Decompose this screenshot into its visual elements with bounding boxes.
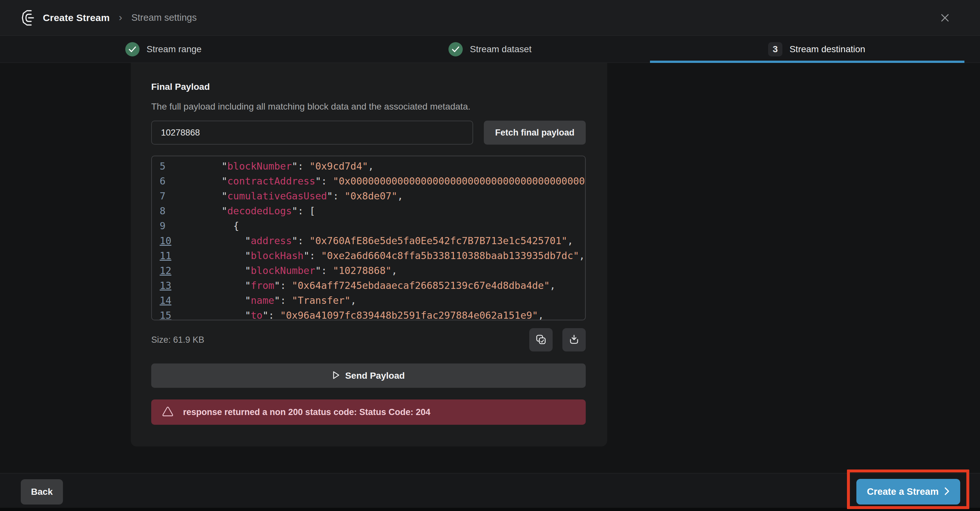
error-banner: response returned a non 200 status code:… (151, 400, 586, 425)
create-a-stream-label: Create a Stream (867, 486, 939, 497)
step-number-badge: 3 (768, 42, 783, 56)
create-a-stream-button[interactable]: Create a Stream (856, 479, 960, 505)
chevron-right-icon (944, 487, 950, 497)
error-message: response returned a non 200 status code:… (183, 407, 430, 417)
back-button[interactable]: Back (21, 479, 63, 505)
fetch-final-payload-button[interactable]: Fetch final payload (484, 121, 586, 144)
code-line: 15 "to": "0x96a41097fc839448b2591fac2978… (152, 308, 585, 321)
breadcrumb-stream-settings: Stream settings (131, 12, 197, 23)
download-icon (568, 334, 579, 346)
app-logo-icon (21, 10, 37, 26)
code-line: 11 "blockHash": "0xe2a6d6604c8ffa5b33811… (152, 248, 585, 263)
step-stream-range[interactable]: Stream range (0, 36, 327, 63)
close-icon[interactable] (937, 10, 953, 25)
check-icon (125, 42, 140, 56)
payload-size-label: Size: 61.9 KB (151, 335, 204, 345)
code-line: 12 "blockNumber": "10278868", (152, 263, 585, 278)
play-icon (332, 371, 340, 381)
step-label: Stream destination (789, 44, 865, 54)
code-line: 10 "address": "0x760AfE86e5de5fa0Ee542fc… (152, 233, 585, 248)
breadcrumb-separator: › (119, 12, 123, 22)
step-stream-dataset[interactable]: Stream dataset (327, 36, 654, 63)
step-label: Stream dataset (470, 44, 531, 54)
download-payload-button[interactable] (562, 328, 586, 351)
code-line: 9 { (152, 219, 585, 233)
panel-title: Final Payload (151, 82, 586, 92)
payload-size-row: Size: 61.9 KB (151, 328, 586, 351)
stream-destination-panel: Final Payload The full payload including… (131, 63, 607, 446)
panel-description: The full payload including all matching … (151, 102, 586, 112)
code-line: 7 "cumulativeGasUsed": "0x8de07", (152, 189, 585, 204)
step-stream-destination[interactable]: 3 Stream destination (653, 36, 980, 63)
window-bottom-edge (0, 508, 980, 511)
send-payload-button[interactable]: Send Payload (151, 363, 586, 388)
step-label: Stream range (147, 44, 202, 54)
top-bar: Create Stream › Stream settings (0, 0, 980, 36)
warning-triangle-icon (162, 406, 173, 418)
check-icon (449, 42, 463, 56)
code-line: 5 "blockNumber": "0x9cd7d4", (152, 159, 585, 174)
copy-icon (535, 334, 546, 346)
code-line: 8 "decodedLogs": [ (152, 204, 585, 219)
breadcrumb-create-stream[interactable]: Create Stream (43, 12, 110, 23)
payload-code-viewer[interactable]: 5 "blockNumber": "0x9cd7d4",6 "contractA… (151, 156, 586, 321)
code-line: 6 "contractAddress": "0x0000000000000000… (152, 174, 585, 189)
copy-payload-button[interactable] (529, 328, 553, 351)
footer-bar: Back (0, 473, 980, 508)
step-bar: Stream range Stream dataset 3 Stream des… (0, 36, 980, 63)
send-payload-label: Send Payload (345, 371, 405, 381)
code-line: 14 "name": "Transfer", (152, 293, 585, 308)
block-input-row: Fetch final payload (151, 121, 586, 144)
block-number-input[interactable] (151, 121, 473, 144)
code-lines: 5 "blockNumber": "0x9cd7d4",6 "contractA… (152, 159, 585, 321)
code-line: 13 "from": "0x64aff7245ebdaaecaf26685213… (152, 278, 585, 293)
